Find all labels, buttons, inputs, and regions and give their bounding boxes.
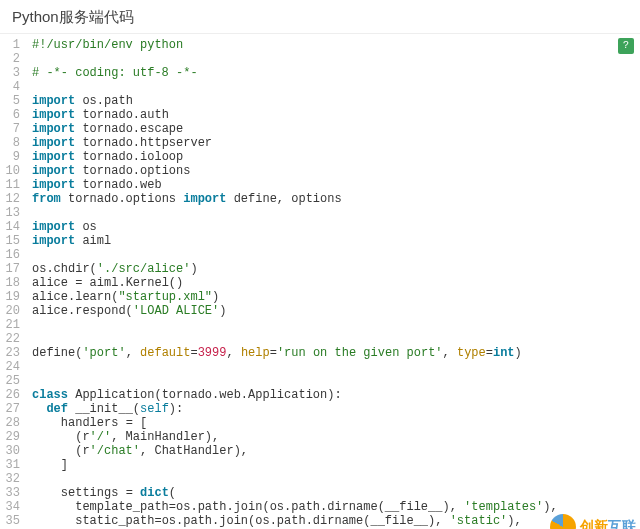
line-number: 15 (4, 234, 20, 248)
line-number: 21 (4, 318, 20, 332)
line-number-gutter: 1234567891011121314151617181920212223242… (0, 34, 26, 529)
line-number: 3 (4, 66, 20, 80)
line-number: 10 (4, 164, 20, 178)
line-number: 29 (4, 430, 20, 444)
line-number: 32 (4, 472, 20, 486)
code-line: ] (32, 458, 634, 472)
code-line: import tornado.web (32, 178, 634, 192)
copy-button[interactable]: ? (618, 38, 634, 54)
line-number: 23 (4, 346, 20, 360)
code-line: template_path=os.path.join(os.path.dirna… (32, 500, 634, 514)
code-line: import os.path (32, 94, 634, 108)
code-line (32, 80, 634, 94)
code-line: (r'/chat', ChatHandler), (32, 444, 634, 458)
code-line: import aiml (32, 234, 634, 248)
code-line: alice.learn("startup.xml") (32, 290, 634, 304)
line-number: 2 (4, 52, 20, 66)
watermark-text: 创新互联 (580, 520, 636, 530)
code-line (32, 360, 634, 374)
line-number: 5 (4, 94, 20, 108)
line-number: 13 (4, 206, 20, 220)
code-block: ? 12345678910111213141516171819202122232… (0, 33, 640, 529)
line-number: 20 (4, 304, 20, 318)
line-number: 33 (4, 486, 20, 500)
code-line: import os (32, 220, 634, 234)
line-number: 9 (4, 150, 20, 164)
line-number: 31 (4, 458, 20, 472)
watermark: 创新互联 (550, 514, 636, 529)
code-line: handlers = [ (32, 416, 634, 430)
code-line (32, 318, 634, 332)
line-number: 14 (4, 220, 20, 234)
line-number: 35 (4, 514, 20, 528)
line-number: 4 (4, 80, 20, 94)
line-number: 30 (4, 444, 20, 458)
line-number: 34 (4, 500, 20, 514)
code-line (32, 248, 634, 262)
code-line (32, 332, 634, 346)
watermark-logo-icon (550, 514, 576, 529)
line-number: 27 (4, 402, 20, 416)
code-line: import tornado.ioloop (32, 150, 634, 164)
code-line: alice = aiml.Kernel() (32, 276, 634, 290)
code-line: # -*- coding: utf-8 -*- (32, 66, 634, 80)
code-line: settings = dict( (32, 486, 634, 500)
line-number: 19 (4, 290, 20, 304)
code-line: import tornado.httpserver (32, 136, 634, 150)
code-line: define('port', default=3999, help='run o… (32, 346, 634, 360)
code-line: class Application(tornado.web.Applicatio… (32, 388, 634, 402)
line-number: 24 (4, 360, 20, 374)
code-line: from tornado.options import define, opti… (32, 192, 634, 206)
code-line: #!/usr/bin/env python (32, 38, 634, 52)
line-number: 8 (4, 136, 20, 150)
line-number: 25 (4, 374, 20, 388)
code-line: def __init__(self): (32, 402, 634, 416)
line-number: 28 (4, 416, 20, 430)
code-line: static_path=os.path.join(os.path.dirname… (32, 514, 634, 528)
code-line (32, 472, 634, 486)
line-number: 16 (4, 248, 20, 262)
code-line (32, 206, 634, 220)
code-line (32, 374, 634, 388)
line-number: 7 (4, 122, 20, 136)
line-number: 6 (4, 108, 20, 122)
code-line: alice.respond('LOAD ALICE') (32, 304, 634, 318)
line-number: 17 (4, 262, 20, 276)
page-title: Python服务端代码 (0, 0, 640, 33)
code-line: import tornado.options (32, 164, 634, 178)
code-line (32, 52, 634, 66)
line-number: 22 (4, 332, 20, 346)
line-number: 26 (4, 388, 20, 402)
line-number: 18 (4, 276, 20, 290)
line-number: 12 (4, 192, 20, 206)
line-number: 1 (4, 38, 20, 52)
code-line: os.chdir('./src/alice') (32, 262, 634, 276)
code-line: import tornado.auth (32, 108, 634, 122)
code-line: import tornado.escape (32, 122, 634, 136)
code-content[interactable]: #!/usr/bin/env python # -*- coding: utf-… (26, 34, 640, 529)
line-number: 11 (4, 178, 20, 192)
code-line: (r'/', MainHandler), (32, 430, 634, 444)
